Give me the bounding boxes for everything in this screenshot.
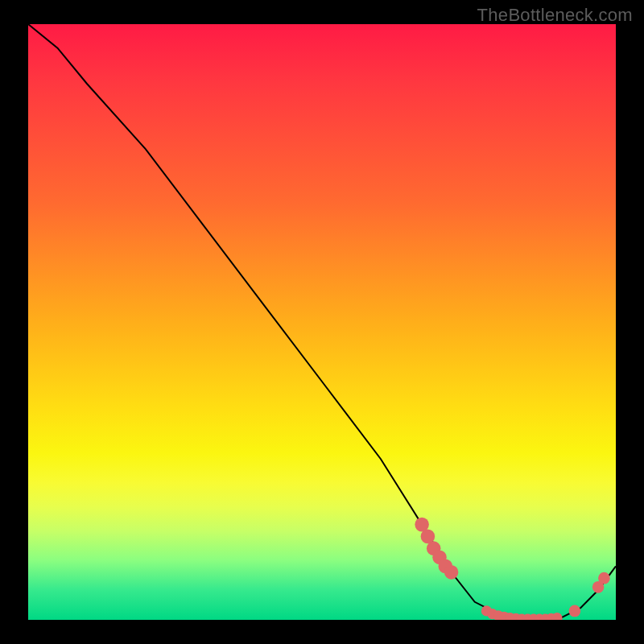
- svg-point-5: [444, 565, 459, 580]
- curve-markers: [415, 518, 609, 620]
- chart-frame: TheBottleneck.com: [0, 0, 644, 644]
- svg-point-21: [598, 572, 610, 584]
- plot-area: [28, 24, 616, 620]
- watermark-text: TheBottleneck.com: [477, 5, 633, 26]
- chart-overlay: [28, 24, 616, 620]
- bottleneck-curve: [28, 24, 616, 620]
- svg-point-19: [569, 605, 581, 617]
